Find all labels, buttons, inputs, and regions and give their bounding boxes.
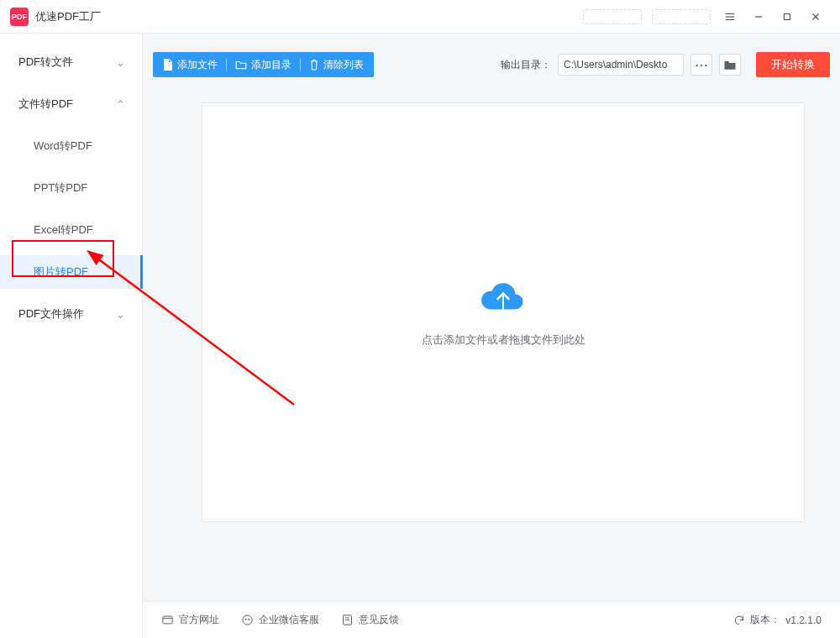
sidebar-group-file-to-pdf[interactable]: 文件转PDF ⌃	[0, 87, 142, 121]
main-area: 添加文件 添加目录 清除列表 输出目录： ⋯	[143, 34, 840, 638]
menu-button[interactable]	[716, 0, 744, 34]
close-icon	[810, 11, 822, 23]
feedback-icon	[341, 614, 354, 626]
close-button[interactable]	[801, 0, 830, 34]
footer-link-website[interactable]: 官方网址	[161, 613, 219, 627]
sidebar-group-label: PDF文件操作	[18, 306, 84, 322]
footer-link-feedback[interactable]: 意见反馈	[341, 613, 399, 627]
chevron-down-icon: ⌄	[116, 308, 125, 321]
open-folder-button[interactable]	[719, 54, 741, 76]
start-convert-button[interactable]: 开始转换	[756, 52, 830, 77]
sidebar-item-label: 图片转PDF	[34, 264, 88, 280]
sidebar-item-label: Excel转PDF	[34, 222, 93, 238]
sidebar-item-excel-to-pdf[interactable]: Excel转PDF	[0, 213, 142, 247]
trash-icon	[309, 59, 319, 71]
footer-link-label: 企业微信客服	[259, 613, 319, 627]
button-label: 添加文件	[177, 58, 218, 72]
clear-list-button[interactable]: 清除列表	[309, 58, 364, 72]
footer-link-label: 意见反馈	[359, 613, 399, 627]
chevron-up-icon: ⌃	[116, 98, 125, 111]
sidebar-group-pdf-ops[interactable]: PDF文件操作 ⌄	[0, 297, 142, 331]
app-title: 优速PDF工厂	[35, 9, 101, 24]
maximize-button[interactable]	[773, 0, 801, 34]
browse-button[interactable]: ⋯	[690, 54, 712, 76]
minimize-button[interactable]	[744, 0, 773, 34]
sidebar-item-word-to-pdf[interactable]: Word转PDF	[0, 129, 142, 163]
svg-point-10	[243, 615, 252, 625]
refresh-icon	[733, 614, 745, 626]
app-logo-text: PDF	[12, 13, 27, 21]
toolbar-file-actions[interactable]: 添加文件 添加目录 清除列表	[153, 52, 374, 77]
button-label: 开始转换	[771, 57, 815, 72]
sidebar-item-label: Word转PDF	[34, 139, 92, 154]
footer-link-wechat-support[interactable]: 企业微信客服	[241, 613, 319, 627]
version-info: 版本： v1.2.1.0	[733, 613, 822, 627]
button-label: 清除列表	[323, 58, 364, 72]
cloud-upload-icon	[479, 277, 528, 317]
redacted-user-1	[583, 9, 642, 24]
file-icon	[163, 59, 173, 71]
svg-point-11	[245, 619, 246, 620]
chevron-down-icon: ⌄	[116, 56, 125, 69]
titlebar: PDF 优速PDF工厂	[0, 0, 840, 34]
chat-icon	[241, 614, 254, 626]
add-folder-button[interactable]: 添加目录	[235, 58, 291, 72]
sidebar: PDF转文件 ⌄ 文件转PDF ⌃ Word转PDF PPT转PDF Excel…	[0, 34, 143, 638]
svg-point-12	[249, 619, 249, 620]
canvas: 点击添加文件或者拖拽文件到此处	[143, 86, 840, 601]
toolbar: 添加文件 添加目录 清除列表 输出目录： ⋯	[143, 34, 840, 86]
output-dir-group: 输出目录： ⋯ 开始转换	[501, 52, 830, 77]
redacted-user-2	[652, 9, 711, 24]
sidebar-item-ppt-to-pdf[interactable]: PPT转PDF	[0, 171, 142, 205]
svg-rect-8	[163, 616, 172, 624]
dots-icon: ⋯	[695, 57, 708, 73]
menu-icon	[724, 11, 736, 23]
sidebar-group-label: 文件转PDF	[18, 97, 73, 112]
sidebar-group-pdf-to-file[interactable]: PDF转文件 ⌄	[0, 45, 142, 79]
maximize-icon	[781, 11, 793, 23]
sidebar-group-label: PDF转文件	[18, 55, 73, 70]
svg-rect-4	[785, 13, 790, 19]
output-dir-label: 输出目录：	[501, 58, 551, 72]
button-label: 添加目录	[251, 58, 291, 72]
add-file-button[interactable]: 添加文件	[163, 58, 218, 72]
output-dir-input[interactable]	[558, 54, 684, 76]
sidebar-item-label: PPT转PDF	[34, 180, 87, 196]
sidebar-item-image-to-pdf[interactable]: 图片转PDF	[0, 255, 142, 289]
version-label: 版本：	[750, 613, 780, 627]
footer-link-label: 官方网址	[179, 613, 219, 627]
version-value: v1.2.1.0	[785, 614, 822, 626]
globe-icon	[161, 614, 174, 626]
minimize-icon	[753, 11, 764, 23]
dropzone-text: 点击添加文件或者拖拽文件到此处	[422, 332, 585, 348]
folder-icon	[235, 60, 247, 70]
dropzone[interactable]: 点击添加文件或者拖拽文件到此处	[202, 102, 805, 522]
app-logo: PDF	[10, 8, 29, 26]
footer: 官方网址 企业微信客服 意见反馈 版本： v1.2.1.0	[143, 601, 840, 638]
folder-icon	[723, 60, 737, 71]
